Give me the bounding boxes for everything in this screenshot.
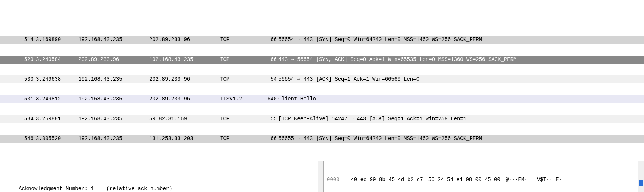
hex-offsets: 0000 0010 0020 0030 0040: [327, 164, 346, 192]
tree-ack-number[interactable]: Acknowledgment Number: 1 (relative ack n…: [0, 185, 318, 192]
col-protocol: TCP: [220, 36, 261, 44]
hex-scrollbar[interactable]: [638, 161, 644, 192]
packet-list[interactable]: 514 3.169890 192.168.43.235 202.89.233.9…: [0, 24, 644, 149]
packet-row-selected[interactable]: 529 3.249584 202.89.233.96 192.168.43.23…: [0, 56, 644, 64]
col-time: 3.169890: [34, 36, 78, 44]
packet-bytes-pane[interactable]: 0000 0010 0020 0030 0040 40 ec 99 8b 45 …: [324, 161, 644, 192]
packet-row[interactable]: 530 3.249638 192.168.43.235 202.89.233.9…: [0, 75, 644, 83]
tree-scrollbar[interactable]: [318, 161, 323, 192]
col-no: 514: [19, 36, 34, 44]
packet-row[interactable]: 534 3.259881 192.168.43.235 59.82.31.169…: [0, 115, 644, 123]
col-destination: 202.89.233.96: [149, 36, 220, 44]
packet-row[interactable]: 514 3.169890 192.168.43.235 202.89.233.9…: [0, 36, 644, 44]
col-length: 66: [261, 36, 277, 44]
hex-bytes-group2[interactable]: 56 24 54 e1 08 00 45 00 cd a6 ca 59 e9 6…: [423, 164, 500, 192]
packet-details-pane[interactable]: Acknowledgment Number: 1 (relative ack n…: [0, 161, 324, 192]
hex-bytes-group1[interactable]: 40 ec 99 8b 45 4d b2 c7 00 34 98 cf 40 0…: [346, 164, 423, 192]
col-info: 56654 → 443 [SYN] Seq=0 Win=64240 Len=0 …: [277, 36, 644, 44]
col-source: 192.168.43.235: [78, 36, 149, 44]
scrollbar-thumb[interactable]: [639, 180, 643, 186]
packet-row[interactable]: 546 3.305520 192.168.43.235 131.253.33.2…: [0, 135, 644, 143]
hex-ascii[interactable]: @···EM·· V$T···E· ·4··@·t· ···Y·`·· +···…: [500, 164, 565, 192]
packet-row[interactable]: 531 3.249812 192.168.43.235 202.89.233.9…: [0, 95, 644, 103]
